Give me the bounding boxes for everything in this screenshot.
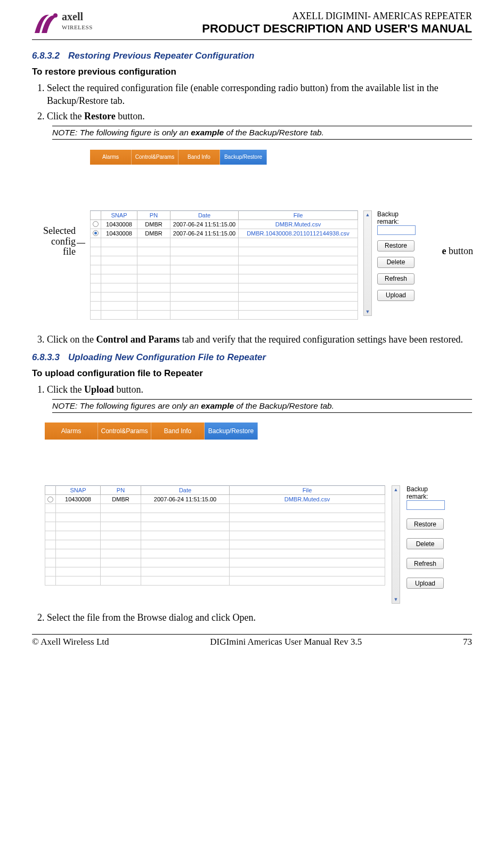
footer-left: © Axell Wireless Ltd <box>32 637 109 647</box>
radio-row-2[interactable] <box>93 230 99 236</box>
tab-control-params[interactable]: Control&Params <box>98 423 151 440</box>
logo: axell WIRELESS <box>32 11 93 37</box>
refresh-button[interactable]: Refresh <box>407 558 444 569</box>
scroll-down-icon[interactable]: ▼ <box>392 596 400 603</box>
scroll-down-icon[interactable]: ▼ <box>364 308 371 315</box>
radio-row-1[interactable] <box>93 221 99 227</box>
table-scrollbar[interactable]: ▲ ▼ <box>363 210 372 316</box>
file-link[interactable]: DMBR.Muted.csv <box>230 495 385 504</box>
file-link[interactable]: DMBR.10430008.20110112144938.csv <box>239 229 358 238</box>
table-row[interactable]: 10430008 DMBR 2007-06-24 11:51:15.00 DMB… <box>91 229 358 238</box>
upload-steps-list: Click the Upload button. <box>32 383 472 396</box>
tab-band-info[interactable]: Band Info <box>151 423 205 440</box>
col-snap: SNAP <box>101 210 137 220</box>
backup-remark-input[interactable] <box>377 225 416 235</box>
section-heading-restoring: 6.8.3.2Restoring Previous Repeater Confi… <box>32 51 472 61</box>
tab-alarms[interactable]: Alarms <box>90 150 132 165</box>
figure-backup-restore-1: Selectedconfigfile Restore button Alarms… <box>32 145 472 328</box>
subheading-upload: To upload configuration file to Repeater <box>32 368 472 379</box>
restore-button[interactable]: Restore <box>407 518 444 530</box>
file-link[interactable]: DMBR.Muted.csv <box>239 220 358 229</box>
restore-steps-list: Select the required configuration file (… <box>32 82 472 123</box>
tabs-row: Alarms Control&Params Band Info Backup/R… <box>45 423 486 440</box>
side-button-panel: Backup remark: Restore Delete Refresh Up… <box>407 485 448 589</box>
note-restore: NOTE: The following figure is only an ex… <box>52 126 472 140</box>
config-files-table: SNAP PN Date File 10430008 DMBR 2007-06-… <box>45 485 385 586</box>
note-upload: NOTE: The following figures are only an … <box>52 399 472 413</box>
footer-center: DIGImini Americas User Manual Rev 3.5 <box>210 637 362 647</box>
upload-step-1: Click the Upload button. <box>47 383 472 396</box>
tab-control-params[interactable]: Control&Params <box>132 150 178 165</box>
backup-remark-label: Backup remark: <box>407 485 448 500</box>
col-file: File <box>239 210 358 220</box>
tab-backup-restore[interactable]: Backup/Restore <box>205 423 258 440</box>
svg-point-0 <box>53 13 58 18</box>
header-product-small: AXELL DIGIMINI- AMERICAS REPEATER <box>202 11 472 22</box>
logo-word: axell <box>62 11 93 23</box>
upload-step-2: Select the file from the Browse dialog a… <box>47 611 472 624</box>
col-snap: SNAP <box>56 486 101 495</box>
page-footer: © Axell Wireless Ltd DIGImini Americas U… <box>32 634 472 647</box>
col-pn: PN <box>137 210 170 220</box>
restore-step-3: Click on the Control and Params tab and … <box>47 333 472 346</box>
tab-band-info[interactable]: Band Info <box>178 150 220 165</box>
upload-button[interactable]: Upload <box>407 578 444 589</box>
radio-row-1[interactable] <box>47 497 53 502</box>
callout-selected-config: Selectedconfigfile <box>31 226 76 257</box>
axell-logo-icon <box>32 11 59 37</box>
col-date: Date <box>141 486 230 495</box>
tabs-row: Alarms Control&Params Band Info Backup/R… <box>90 150 437 165</box>
restore-button[interactable]: Restore <box>377 240 414 251</box>
side-button-panel: Backup remark: Restore Delete Refresh Up… <box>377 210 419 301</box>
section-heading-uploading: 6.8.3.3Uploading New Configuration File … <box>32 352 472 363</box>
restore-step-1: Select the required configuration file (… <box>47 82 472 108</box>
scroll-up-icon[interactable]: ▲ <box>392 486 400 493</box>
backup-remark-input[interactable] <box>407 500 445 510</box>
refresh-button[interactable]: Refresh <box>377 273 414 285</box>
logo-subtext: WIRELESS <box>62 24 93 30</box>
scroll-up-icon[interactable]: ▲ <box>364 211 371 218</box>
table-scrollbar[interactable]: ▲ ▼ <box>392 485 400 604</box>
table-row[interactable]: 10430008 DMBR 2007-06-24 11:51:15.00 DMB… <box>45 495 385 504</box>
backup-remark-label: Backup remark: <box>377 210 419 225</box>
page-header: axell WIRELESS AXELL DIGIMINI- AMERICAS … <box>32 11 472 37</box>
delete-button[interactable]: Delete <box>377 257 414 268</box>
delete-button[interactable]: Delete <box>407 538 444 549</box>
restore-steps-list-cont: Click on the Control and Params tab and … <box>32 333 472 346</box>
header-rule <box>32 39 472 40</box>
upload-button[interactable]: Upload <box>377 290 414 301</box>
col-file: File <box>230 486 385 495</box>
col-date: Date <box>170 210 239 220</box>
config-files-table: SNAP PN Date File 10430008 DMBR 2007-06-… <box>90 210 358 320</box>
col-pn: PN <box>101 486 141 495</box>
footer-page-number: 73 <box>463 637 472 647</box>
restore-step-2: Click the Restore button. <box>47 110 472 123</box>
table-row[interactable]: 10430008 DMBR 2007-06-24 11:51:15.00 DMB… <box>91 220 358 229</box>
tab-backup-restore[interactable]: Backup/Restore <box>220 150 267 165</box>
subheading-restore: To restore previous configuration <box>32 67 472 77</box>
tab-alarms[interactable]: Alarms <box>45 423 98 440</box>
upload-steps-list-cont: Select the file from the Browse dialog a… <box>32 611 472 624</box>
figure-backup-restore-2: Upload button Alarms Control&Params Band… <box>32 418 472 606</box>
header-product-big: PRODUCT DESCRIPTION AND USER'S MANUAL <box>202 22 472 36</box>
